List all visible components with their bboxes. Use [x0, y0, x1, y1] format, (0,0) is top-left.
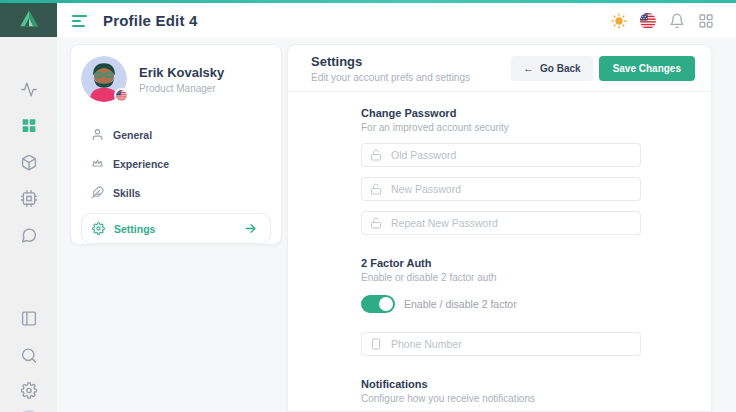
- smartphone-icon: [370, 338, 382, 350]
- arrow-left-icon: ←: [523, 63, 534, 74]
- nav-item-label: General: [113, 129, 152, 141]
- app-logo[interactable]: [0, 0, 57, 37]
- nav-item-settings[interactable]: Settings: [81, 213, 271, 244]
- nav-item-skills[interactable]: Skills: [81, 178, 271, 207]
- menu-icon[interactable]: [72, 15, 87, 27]
- feather-icon: [91, 186, 104, 199]
- go-back-label: Go Back: [540, 63, 581, 74]
- nav-item-experience[interactable]: Experience: [81, 149, 271, 178]
- settings-form: Change Password For an improved account …: [361, 92, 641, 404]
- user-name: Erik Kovalsky: [139, 65, 224, 80]
- avatar-flag-badge-icon: [114, 88, 129, 103]
- nav-item-general[interactable]: General: [81, 120, 271, 149]
- new-password-field-wrap: [361, 177, 641, 201]
- change-password-subtitle: For an improved account security: [361, 122, 641, 133]
- nav-item-label: Settings: [114, 223, 155, 235]
- top-accent-bar: [0, 0, 736, 3]
- crown-icon: [91, 157, 104, 170]
- gear-icon[interactable]: [20, 382, 37, 399]
- two-factor-toggle-row: Enable / disable 2 factor: [361, 295, 641, 313]
- cube-icon[interactable]: [20, 154, 37, 171]
- two-factor-title: 2 Factor Auth: [361, 257, 641, 269]
- lock-icon: [370, 217, 382, 229]
- save-changes-button[interactable]: Save Changes: [599, 56, 695, 81]
- activity-icon[interactable]: [20, 81, 37, 98]
- user-icon: [91, 128, 104, 141]
- phone-field-wrap: [361, 332, 641, 356]
- settings-actions: ← Go Back Save Changes: [511, 56, 695, 81]
- logo-triangle-icon: [18, 8, 40, 30]
- main-sidebar: [0, 37, 57, 412]
- user-role: Product Manager: [139, 83, 224, 94]
- change-password-title: Change Password: [361, 107, 641, 119]
- old-password-input[interactable]: [391, 149, 632, 161]
- avatar: [81, 56, 127, 102]
- profile-card: Erik Kovalsky Product Manager General Ex…: [70, 44, 282, 245]
- settings-subtitle: Edit your account prefs and settings: [311, 72, 470, 83]
- search-icon[interactable]: [20, 347, 37, 364]
- arrow-right-icon: [244, 222, 257, 235]
- notifications-title: Notifications: [361, 378, 641, 390]
- nav-item-label: Experience: [113, 158, 169, 170]
- go-back-button[interactable]: ← Go Back: [511, 56, 593, 81]
- two-factor-toggle[interactable]: [361, 295, 395, 313]
- app-window: Profile Edit 4 Erik Kovalsky Product Man…: [0, 0, 736, 412]
- two-factor-toggle-label: Enable / disable 2 factor: [404, 298, 517, 310]
- layout-icon[interactable]: [20, 310, 37, 327]
- apps-grid-icon[interactable]: [698, 13, 714, 29]
- notifications-subtitle: Configure how you receive notifications: [361, 393, 641, 404]
- repeat-password-input[interactable]: [391, 217, 632, 229]
- sun-icon[interactable]: [611, 13, 627, 29]
- page-title: Profile Edit 4: [103, 12, 198, 29]
- grid-icon[interactable]: [20, 117, 37, 134]
- bell-icon[interactable]: [669, 13, 685, 29]
- two-factor-subtitle: Enable or disable 2 factor auth: [361, 272, 641, 283]
- nav-item-label: Skills: [113, 187, 140, 199]
- lock-icon: [370, 183, 382, 195]
- user-identity: Erik Kovalsky Product Manager: [139, 65, 224, 94]
- profile-summary: Erik Kovalsky Product Manager: [71, 45, 281, 108]
- settings-header: Settings Edit your account prefs and set…: [288, 45, 711, 92]
- cpu-icon[interactable]: [20, 190, 37, 207]
- toggle-knob: [379, 297, 393, 311]
- gear-icon: [92, 222, 105, 235]
- chat-icon[interactable]: [20, 227, 37, 244]
- settings-panel: Settings Edit your account prefs and set…: [287, 44, 712, 412]
- old-password-field-wrap: [361, 143, 641, 167]
- topbar: Profile Edit 4: [57, 3, 736, 38]
- phone-number-input[interactable]: [391, 338, 632, 350]
- settings-header-text: Settings Edit your account prefs and set…: [311, 54, 470, 83]
- new-password-input[interactable]: [391, 183, 632, 195]
- topbar-actions: [611, 13, 714, 29]
- profile-nav: General Experience Skills Settings: [71, 108, 281, 244]
- settings-title: Settings: [311, 54, 470, 69]
- lock-icon: [370, 149, 382, 161]
- us-flag-icon[interactable]: [640, 13, 656, 29]
- repeat-password-field-wrap: [361, 211, 641, 235]
